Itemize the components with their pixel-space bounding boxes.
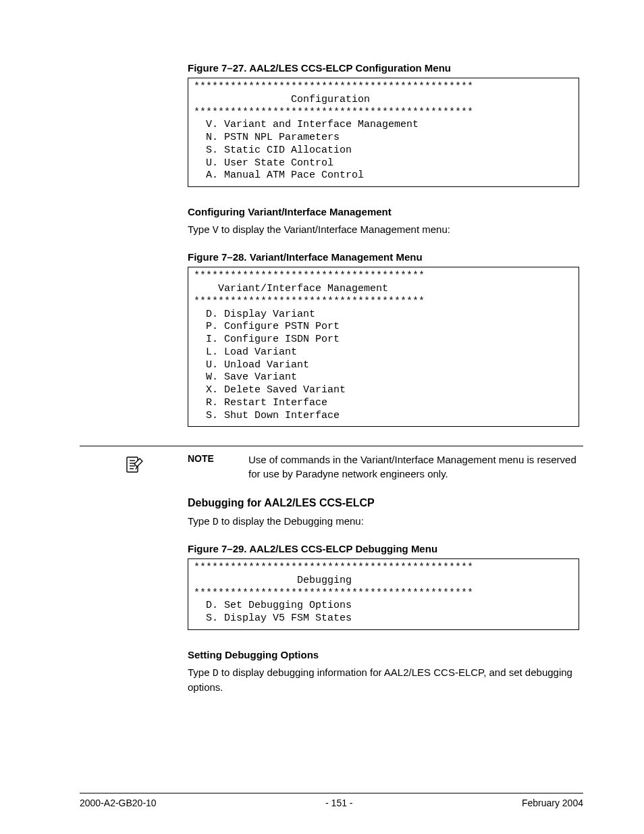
- figure-29-caption: Figure 7–29. AAL2/LES CCS-ELCP Debugging…: [188, 543, 579, 554]
- text-prefix: Type: [188, 515, 213, 527]
- text-suffix: to display the Debugging menu:: [219, 515, 364, 527]
- body-text-debugging: Type D to display the Debugging menu:: [188, 515, 579, 529]
- figure-29-terminal: ****************************************…: [188, 558, 579, 630]
- code-key-v: V: [213, 225, 219, 236]
- page: Figure 7–27. AAL2/LES CCS-ELCP Configura…: [0, 0, 644, 834]
- code-key-d: D: [213, 517, 219, 528]
- text-prefix: Type: [188, 667, 213, 678]
- text-prefix: Type: [188, 224, 213, 235]
- content-column-2: Debugging for AAL2/LES CCS-ELCP Type D t…: [188, 497, 579, 695]
- figure-27-terminal: ****************************************…: [188, 78, 579, 187]
- note-block: NOTE Use of commands in the Variant/Inte…: [80, 446, 583, 481]
- note-top-rule: [80, 446, 583, 446]
- svg-line-5: [136, 467, 137, 469]
- figure-28-terminal: ************************************** V…: [188, 267, 579, 427]
- body-text-setdebug: Type D to display debugging information …: [188, 666, 579, 695]
- text-suffix: to display debugging information for AAL…: [188, 667, 572, 693]
- note-icon: [122, 454, 145, 477]
- footer-left: 2000-A2-GB20-10: [80, 798, 157, 808]
- note-label: NOTE: [188, 453, 248, 464]
- page-footer: 2000-A2-GB20-10 - 151 - February 2004: [80, 793, 583, 808]
- section-heading-variant: Configuring Variant/Interface Management: [188, 206, 579, 217]
- section-heading-debugging: Debugging for AAL2/LES CCS-ELCP: [188, 497, 579, 509]
- body-text-variant: Type V to display the Variant/Interface …: [188, 223, 579, 238]
- note-body: Use of commands in the Variant/Interface…: [248, 453, 579, 481]
- footer-right: February 2004: [522, 798, 583, 808]
- content-column: Figure 7–27. AAL2/LES CCS-ELCP Configura…: [188, 62, 579, 427]
- footer-row: 2000-A2-GB20-10 - 151 - February 2004: [80, 798, 583, 808]
- section-heading-setdebug: Setting Debugging Options: [188, 649, 579, 660]
- figure-27-caption: Figure 7–27. AAL2/LES CCS-ELCP Configura…: [188, 62, 579, 74]
- footer-rule: [80, 793, 583, 793]
- text-suffix: to display the Variant/Interface Managem…: [219, 224, 450, 235]
- note-icon-column: [80, 453, 188, 479]
- figure-28-caption: Figure 7–28. Variant/Interface Managemen…: [188, 251, 579, 263]
- code-key-d2: D: [213, 668, 219, 679]
- footer-center: - 151 -: [325, 798, 352, 808]
- note-text-column: NOTE Use of commands in the Variant/Inte…: [188, 453, 579, 481]
- note-row: NOTE Use of commands in the Variant/Inte…: [80, 453, 583, 481]
